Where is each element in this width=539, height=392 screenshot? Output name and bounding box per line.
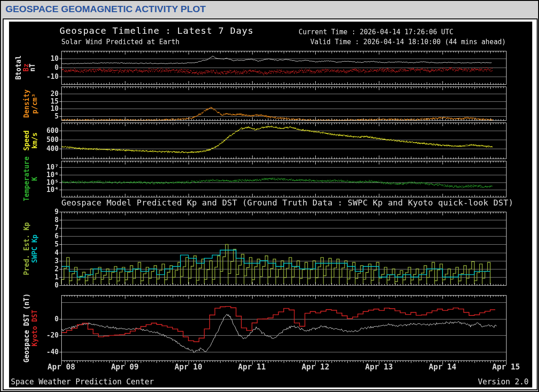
xtick-apr-10: Apr 10 (166, 362, 211, 371)
ytick-kp-2: 2 (13, 264, 59, 273)
ytick-temperature-10⁴: 10⁴ (13, 185, 59, 194)
page: GEOSPACE GEOMAGNETIC ACTIVITY PLOT Geosp… (0, 0, 539, 392)
axis-label-temperature-0: Temperature (23, 156, 31, 201)
axis-label-temperature-1: K (31, 177, 39, 181)
page-title: GEOSPACE GEOMAGNETIC ACTIVITY PLOT (5, 4, 206, 14)
footer-left: Space Weather Prediction Center (11, 377, 154, 386)
axis-label-bfield-2: nT (28, 64, 37, 72)
axis-label-kp-0: Pred. Est. Kp (23, 222, 31, 275)
xtick-apr-15: Apr 15 (484, 362, 529, 371)
axis-label-bfield-0: Btotal (14, 55, 23, 80)
ytick-kp-0: 0 (13, 281, 59, 290)
ytick-kp-7: 7 (13, 223, 59, 232)
footer-right: Version 2.0 (478, 377, 529, 386)
xtick-apr-11: Apr 11 (230, 362, 275, 371)
xtick-apr-13: Apr 13 (356, 362, 401, 371)
xtick-apr-08: Apr 08 (39, 362, 84, 371)
axis-label-kp-1: SWPC Kp (31, 234, 39, 263)
xtick-apr-14: Apr 14 (420, 362, 465, 371)
ytick-kp-9: 9 (13, 207, 59, 216)
xtick-apr-09: Apr 09 (102, 362, 147, 371)
plot-frame: Geospace Timeline : Latest 7 Days Curren… (3, 18, 538, 390)
axis-label-density-1: p/cm³ (31, 93, 39, 114)
axis-label-speed-0: Speed (23, 130, 31, 150)
axis-label-density-0: Density (23, 89, 31, 118)
axis-label-dst-0: Geospace DST (nT) (23, 293, 31, 363)
kp-dst-title: Geospace Model Predicted Kp and DST (Gro… (61, 198, 513, 207)
xtick-apr-12: Apr 12 (293, 362, 338, 371)
plot-title: Geospace Timeline : Latest 7 Days (60, 25, 253, 36)
header-bar: GEOSPACE GEOMAGNETIC ACTIVITY PLOT (1, 1, 538, 18)
axis-label-speed-1: km/s (31, 132, 39, 149)
ytick-kp-1: 1 (13, 273, 59, 282)
solar-wind-subtitle: Solar Wind Predicted at Earth (61, 38, 180, 46)
plot-image: Geospace Timeline : Latest 7 Days Curren… (9, 22, 532, 387)
axis-label-dst-1: Kyoto DST (31, 310, 39, 346)
valid-time-label: Valid Time : 2026-04-14 18:10:00 (44 min… (310, 38, 506, 46)
ytick-kp-8: 8 (13, 215, 59, 224)
current-time-label: Current Time : 2026-04-14 17:26:06 UTC (299, 28, 453, 36)
ytick-dst--40: -40 (13, 347, 59, 356)
